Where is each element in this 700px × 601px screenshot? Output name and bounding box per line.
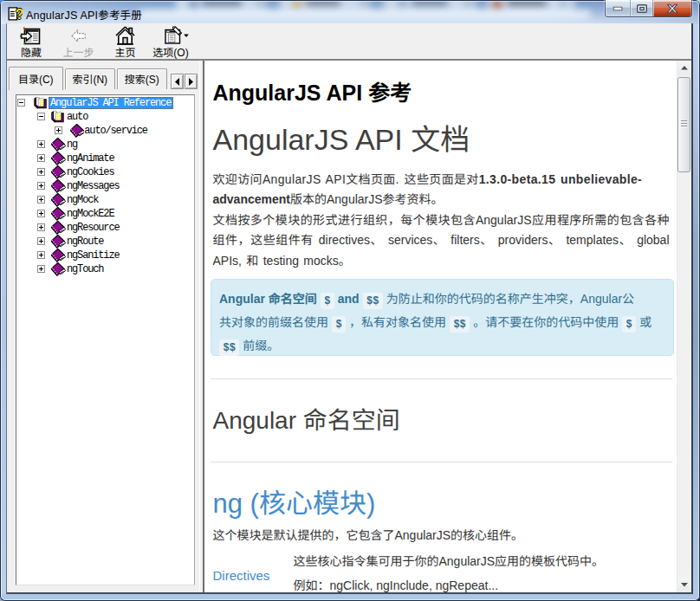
tab-index[interactable]: 索引(N) [65, 68, 116, 89]
tree-expander-plus-icon[interactable] [37, 196, 45, 204]
tree-item-label: ngMockE2E [65, 208, 116, 220]
tree-item[interactable]: ngMockE2E [16, 207, 194, 221]
closed-book-icon [51, 207, 66, 221]
tab-scroll-left-icon [175, 78, 179, 86]
title-bar[interactable]: ?? ?? ? AngularJS API参考手册 [1, 1, 699, 24]
tree-expander-minus-icon[interactable] [37, 113, 45, 120]
window-title: AngularJS API参考手册 [26, 6, 142, 23]
doc-paragraph-modules: 文档按多个模块的形式进行组织，每个模块包含AngularJS应用程序所需的包含各… [213, 210, 670, 271]
ng-module-heading: ng (核心模块) [213, 481, 376, 520]
tree-item-label: AngularJS API Reference [49, 97, 173, 109]
closed-book-icon [51, 221, 66, 235]
home-icon [115, 26, 135, 45]
tree-item-label: ngRoute [65, 236, 106, 248]
minimize-icon [613, 7, 623, 11]
chm-app-icon: ?? ?? ? [8, 6, 23, 21]
tree-item-label: auto [65, 111, 90, 123]
tree-item[interactable]: auto [16, 110, 194, 124]
help-viewer-window: ?? ?? ? AngularJS API参考手册 [0, 0, 700, 601]
doc-paragraph-welcome: 欢迎访问AngularJS API文档页面. 这些页面是对1.3.0-beta.… [213, 170, 670, 210]
tree-expander-plus-icon[interactable] [37, 223, 45, 231]
closed-book-icon [51, 179, 66, 193]
svg-text:?: ? [16, 7, 23, 21]
scroll-up-button[interactable] [677, 61, 691, 75]
tree-expander-plus-icon[interactable] [37, 154, 45, 162]
tree-item-label: ngSanitize [65, 249, 122, 262]
scroll-down-button[interactable] [677, 578, 691, 592]
tree-expander-plus-icon[interactable] [37, 182, 45, 190]
namespace-alert-box: Angular 命名空间 $ and $$ 为防止和你的代码的名称产生冲突，An… [211, 279, 674, 356]
ng-module-desc: 这个模块是默认提供的，它包含了AngularJS的核心组件。 [213, 526, 524, 543]
window-frame-right [693, 24, 699, 594]
tree-item[interactable]: ngSanitize [16, 249, 194, 262]
tree-expander-plus-icon[interactable] [55, 126, 62, 134]
open-book-icon [34, 96, 49, 110]
tree-item[interactable]: ngRoute [16, 235, 194, 249]
back-button[interactable]: 上一步 [59, 26, 99, 57]
tree-expander-plus-icon[interactable] [37, 251, 45, 259]
tree-item-label: ngTouch [65, 263, 106, 275]
tree-expander-plus-icon[interactable] [37, 265, 45, 273]
closed-book-icon [51, 165, 66, 179]
scroll-down-icon [681, 583, 688, 587]
tab-contents[interactable]: 目录(C) [9, 67, 63, 90]
tree-item[interactable]: ngCookies [16, 165, 194, 179]
tree-item[interactable]: ngAnimate [16, 152, 194, 165]
maximize-icon [637, 4, 647, 13]
client-area: 隐藏 上一步 主页 [6, 23, 693, 594]
options-button[interactable]: 选项(O) [147, 26, 194, 57]
closed-book-icon [51, 262, 66, 276]
tree-item[interactable]: ng [16, 138, 194, 152]
tree-item-label: ng [65, 139, 80, 151]
tree-item-label: ngCookies [65, 166, 116, 178]
directives-desc-line1: 这些核心指令集可用于你的AngularJS应用的模板代码中。 [294, 552, 605, 569]
tree-item[interactable]: ngTouch [16, 262, 194, 276]
divider [211, 462, 672, 462]
maximize-button[interactable] [631, 0, 653, 16]
tab-search[interactable]: 搜索(S) [117, 68, 168, 89]
namespace-heading: Angular 命名空间 [213, 401, 400, 436]
tab-scroll-right-icon [189, 78, 193, 86]
vertical-scrollbar[interactable] [677, 61, 691, 592]
tree-item-label: ngAnimate [65, 152, 116, 165]
closed-book-icon [51, 138, 66, 152]
tab-scroll-right-button[interactable] [185, 74, 198, 89]
hide-button[interactable]: 隐藏 [11, 26, 51, 57]
tree-item[interactable]: ngMock [16, 193, 194, 207]
closed-book-icon [51, 249, 66, 262]
scroll-up-icon [681, 66, 688, 70]
doc-subtitle: AngularJS API 文档 [213, 116, 470, 158]
tree-item[interactable]: auto/service [16, 124, 194, 138]
divider [211, 378, 672, 379]
contents-tree: AngularJS API Referenceautoauto/servicen… [16, 94, 195, 585]
scrollbar-thumb[interactable] [677, 77, 690, 172]
directives-desc-line2: 例如：ngClick, ngInclude, ngRepeat... [294, 576, 499, 593]
tree-item-label: ngResource [65, 222, 122, 234]
directives-link[interactable]: Directives [213, 568, 270, 583]
home-button[interactable]: 主页 [106, 26, 146, 57]
tree-item[interactable]: ngMessages [16, 179, 194, 193]
tree-item[interactable]: AngularJS API Reference [16, 96, 194, 110]
tab-scroll-left-button[interactable] [171, 74, 184, 89]
close-button[interactable] [653, 0, 691, 16]
doc-title: AngularJS API 参考 [213, 75, 412, 107]
closed-book-icon [51, 193, 66, 207]
close-icon [667, 4, 678, 14]
tree-item-label: ngMessages [65, 180, 122, 192]
content-pane: AngularJS API 参考AngularJS API 文档欢迎访问Angu… [203, 61, 691, 592]
toolbar: 隐藏 上一步 主页 [7, 23, 691, 61]
tree-expander-plus-icon[interactable] [37, 140, 45, 148]
tree-expander-minus-icon[interactable] [17, 99, 25, 107]
tree-item[interactable]: ngResource [16, 221, 194, 235]
back-icon [71, 29, 86, 42]
caption-buttons [605, 0, 692, 17]
minimize-button[interactable] [606, 0, 631, 16]
tree-item-label: auto/service [82, 125, 150, 137]
hide-icon [20, 27, 41, 45]
tree-expander-plus-icon[interactable] [37, 237, 45, 245]
pane-splitter[interactable] [199, 61, 200, 591]
options-label: 选项(O) [147, 47, 194, 57]
tree-expander-plus-icon[interactable] [37, 168, 45, 176]
scrollbar-grip [681, 120, 687, 128]
tree-expander-plus-icon[interactable] [37, 210, 45, 217]
